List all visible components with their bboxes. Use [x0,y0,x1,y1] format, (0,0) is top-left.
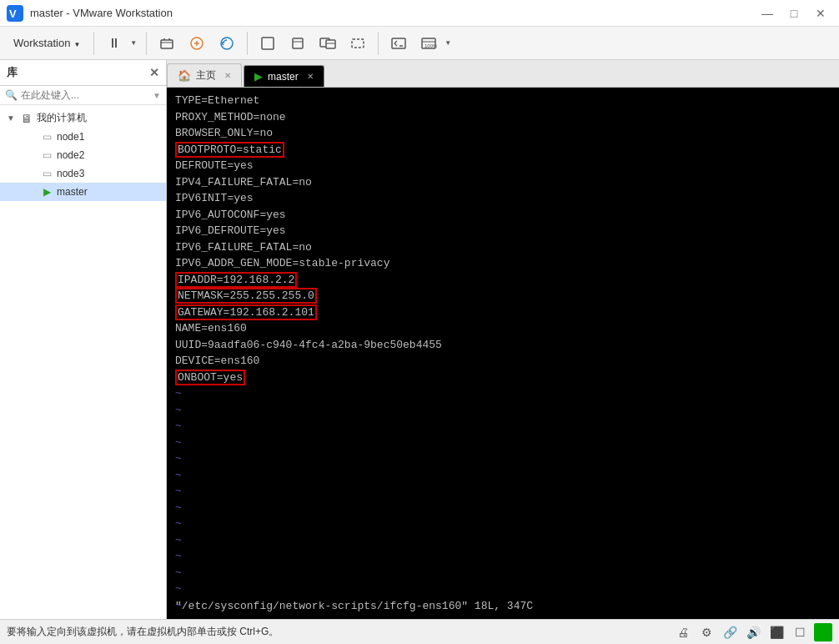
tree-label-node3: node3 [57,168,84,179]
terminal-tilde-line: ~ [175,532,831,549]
workstation-dropdown-icon [73,37,80,49]
status-audio-icon[interactable]: 🔊 [744,623,762,641]
terminal-footer: "/etc/sysconfig/network-scripts/ifcfg-en… [175,598,533,615]
multi-window-button[interactable] [314,31,341,56]
close-button[interactable]: ✕ [809,4,832,23]
vmware-icon: V [7,5,23,22]
pause-dropdown[interactable]: ▼ [128,31,139,56]
terminal-line: BOOTPROTO=static [175,142,831,158]
vm-icon-node1: ▭ [40,130,53,143]
tree-item-node2[interactable]: ▭ node2 [0,146,166,164]
prefs-split: 100% ▼ [415,31,454,56]
highlighted-line: GATEWAY=192.168.2.101 [175,304,317,320]
sidebar-close-button[interactable]: ✕ [149,66,159,79]
pause-split: ⏸ ▼ [101,31,139,56]
terminal[interactable]: TYPE=EthernetPROXY_METHOD=noneBROWSER_ON… [167,88,839,619]
status-power-indicator [814,623,832,641]
master-tab-label: master [268,71,299,83]
svg-point-4 [221,38,233,49]
search-dropdown-icon[interactable]: ▼ [153,91,161,100]
sidebar-search-bar[interactable]: 🔍 ▼ [0,86,166,105]
svg-rect-11 [352,39,364,48]
terminal-line: UUID=9aadfa06-c940-4fc4-a2ba-9bec50eb445… [175,337,831,354]
stretch-button[interactable] [344,31,371,56]
terminal-line: IPV4_FAILURE_FATAL=no [175,174,831,191]
tab-master[interactable]: ▶ master ✕ [244,65,324,87]
pause-button[interactable]: ⏸ [101,31,128,56]
search-input[interactable] [21,89,149,101]
minimize-button[interactable]: — [756,4,779,23]
status-vm-icon[interactable]: ☐ [791,623,809,641]
terminal-tilde-line: ~ [175,516,831,532]
terminal-tilde-line: ~ [175,613,831,619]
svg-rect-6 [293,38,303,48]
terminal-button[interactable] [385,31,412,56]
tree-label-node1: node1 [57,131,84,143]
terminal-line: NETMASK=255.255.255.0 [175,288,831,304]
vm-icon-node2: ▭ [40,148,53,162]
revert-button[interactable] [214,31,240,56]
tree-root-item[interactable]: ▼ 🖥 我的计算机 [0,108,166,128]
terminal-line: DEVICE=ens160 [175,353,831,370]
terminal-tilde-line: ~ [175,581,831,597]
prefs-dropdown[interactable]: ▼ [442,31,454,56]
terminal-line: PROXY_METHOD=none [175,109,831,126]
terminal-line: BROWSER_ONLY=no [175,125,831,142]
terminal-line: IPADDR=192.168.2.2 [175,272,831,289]
toolbar-divider-4 [378,32,379,55]
tabs-bar: 🏠 主页 ✕ ▶ master ✕ [167,60,839,88]
svg-rect-2 [161,40,173,48]
tree-root-label: 我的计算机 [37,111,87,125]
terminal-tilde-line: ~ [175,435,831,451]
workstation-button[interactable]: Workstation [7,33,87,53]
status-network-icon[interactable]: 🔗 [721,623,739,641]
status-message: 要将输入定向到该虚拟机，请在虚拟机内部单击或按 Ctrl+G。 [7,625,674,639]
status-icons: 🖨 ⚙ 🔗 🔊 ⬛ ☐ [674,623,832,641]
tree-item-master[interactable]: ▶ master [0,183,166,201]
svg-text:100%: 100% [425,43,437,48]
master-tab-icon: ▶ [254,70,263,83]
prefs-button[interactable]: 100% [415,31,442,56]
terminal-tilde-line: ~ [175,418,831,435]
fullscreen-button[interactable] [254,31,281,56]
status-printer-icon[interactable]: 🖨 [674,623,692,641]
vm-icon-node3: ▭ [40,167,53,180]
terminal-tilde-line: ~ [175,483,831,500]
status-bar: 要将输入定向到该虚拟机，请在虚拟机内部单击或按 Ctrl+G。 🖨 ⚙ 🔗 🔊 … [0,619,839,644]
search-icon: 🔍 [5,89,18,101]
vm-icon-master: ▶ [40,185,53,199]
workstation-menu[interactable]: Workstation [7,33,87,53]
terminal-tilde-line: ~ [175,450,831,467]
highlighted-line: NETMASK=255.255.255.0 [175,288,317,304]
sidebar-title: 库 [7,65,18,80]
tree-label-node2: node2 [57,149,84,161]
tree-item-node3[interactable]: ▭ node3 [0,164,166,183]
status-settings-icon[interactable]: ⚙ [697,623,716,641]
toolbar: Workstation ⏸ ▼ [0,27,839,60]
vm-connect-button[interactable] [153,31,180,56]
terminal-line: IPV6_AUTOCONF=yes [175,207,831,224]
terminal-line: TYPE=Ethernet [175,93,831,109]
master-tab-close[interactable]: ✕ [307,72,314,81]
window-title: master - VMware Workstation [30,7,173,19]
highlighted-line: ONBOOT=yes [175,370,245,385]
content-area: 🏠 主页 ✕ ▶ master ✕ TYPE=EthernetPROXY_MET… [167,60,839,619]
maximize-button[interactable]: □ [782,4,806,23]
computer-icon: 🖥 [20,112,33,125]
sidebar-tree: ▼ 🖥 我的计算机 ▭ node1 ▭ node2 ▭ node3 [0,105,166,619]
terminal-tilde-line: ~ [175,548,831,565]
tree-label-master: master [57,186,88,198]
svg-text:V: V [9,8,17,20]
tab-home[interactable]: 🏠 主页 ✕ [167,63,242,87]
terminal-line: NAME=ens160 [175,320,831,337]
tree-item-node1[interactable]: ▭ node1 [0,128,166,146]
home-tab-label: 主页 [196,68,216,83]
status-usb-icon[interactable]: ⬛ [767,623,786,641]
home-tab-icon: 🏠 [178,69,191,82]
snapshot-button[interactable] [183,31,210,56]
single-window-button[interactable] [284,31,311,56]
terminal-line: DEFROUTE=yes [175,158,831,174]
terminal-tilde-line: ~ [175,385,831,402]
home-tab-close[interactable]: ✕ [224,71,231,80]
title-bar-left: V master - VMware Workstation [7,5,173,22]
